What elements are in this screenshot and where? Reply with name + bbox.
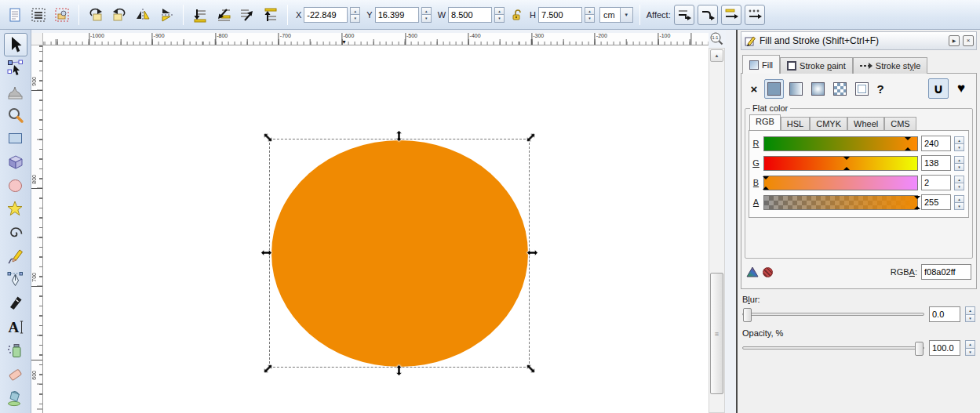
linear-gradient-button[interactable]	[786, 79, 806, 99]
spiral-tool[interactable]	[4, 221, 27, 245]
scale-handle-right[interactable]	[526, 247, 538, 259]
lower-one-step-button[interactable]	[213, 5, 234, 25]
fill-rule-nonzero-button[interactable]: ♥	[951, 78, 971, 99]
scale-handle-top-right[interactable]	[523, 129, 539, 146]
blue-value-input[interactable]	[921, 175, 951, 190]
panel-close-icon[interactable]: ×	[963, 35, 974, 46]
node-tool[interactable]	[4, 56, 27, 80]
x-input[interactable]	[304, 7, 348, 23]
pattern-button[interactable]	[830, 79, 850, 99]
opacity-slider-thumb[interactable]	[915, 342, 924, 356]
vertical-scrollbar[interactable]: ▲ ≡	[709, 48, 725, 413]
blue-spinner[interactable]: ▴▾	[954, 176, 964, 190]
flip-vertical-button[interactable]	[156, 5, 177, 25]
raise-one-step-button[interactable]	[237, 5, 257, 25]
spin-down-icon[interactable]: ▾	[954, 183, 964, 190]
affect-move-patterns-toggle[interactable]	[745, 5, 765, 25]
tab-cms[interactable]: CMS	[884, 117, 916, 131]
y-input[interactable]	[375, 7, 419, 23]
radial-gradient-button[interactable]	[808, 79, 828, 99]
unit-dropdown[interactable]: cm ▼	[599, 7, 633, 23]
affect-scale-corners-toggle[interactable]	[698, 5, 718, 25]
select-all-button[interactable]	[5, 5, 25, 25]
blur-slider-thumb[interactable]	[743, 308, 752, 322]
dropdown-arrow-icon[interactable]: ▼	[620, 8, 632, 22]
y-spinner[interactable]: ▴▾	[421, 7, 432, 23]
spin-up-icon[interactable]: ▴	[954, 195, 964, 203]
spin-down-icon[interactable]: ▾	[421, 15, 432, 23]
scale-handle-top-left[interactable]	[260, 129, 276, 146]
tab-stroke-paint[interactable]: Stroke paint	[780, 57, 853, 74]
alpha-slider[interactable]	[763, 195, 918, 210]
fill-rule-evenodd-button[interactable]: ∪	[928, 78, 949, 99]
panel-dock-arrow-icon[interactable]: ▶	[949, 35, 960, 46]
h-ruler[interactable]: ▼ -1100-1000-900-800-700-600-500-400-300…	[43, 33, 709, 45]
scale-handle-bottom-right[interactable]	[523, 360, 539, 377]
green-value-input[interactable]	[921, 155, 951, 171]
spin-down-icon[interactable]: ▾	[954, 144, 964, 151]
drawing-canvas[interactable]	[43, 45, 709, 413]
alpha-spinner[interactable]: ▴▾	[954, 195, 964, 210]
zoom-tool[interactable]	[4, 103, 27, 127]
spin-down-icon[interactable]: ▾	[585, 15, 595, 23]
w-input[interactable]	[448, 7, 492, 23]
spin-down-icon[interactable]: ▾	[494, 15, 505, 23]
zoom-1-1-button[interactable]: 1:1	[709, 31, 725, 47]
scale-handle-bottom-left[interactable]	[260, 360, 276, 377]
text-tool[interactable]: A	[4, 315, 27, 339]
blue-slider[interactable]	[763, 176, 918, 190]
rgba-input[interactable]	[921, 264, 971, 280]
tab-rgb[interactable]: RGB	[749, 114, 781, 131]
scrollbar-up-arrow-icon[interactable]: ▲	[710, 49, 723, 62]
spin-up-icon[interactable]: ▴	[965, 306, 975, 315]
red-spinner[interactable]: ▴▾	[954, 136, 964, 151]
flip-horizontal-button[interactable]	[133, 5, 153, 25]
spin-up-icon[interactable]: ▴	[954, 136, 964, 144]
swatch-button[interactable]	[852, 79, 872, 99]
rotate-ccw-button[interactable]	[86, 5, 106, 25]
color-picker-icon[interactable]	[746, 266, 759, 277]
green-slider[interactable]	[763, 156, 918, 171]
alpha-value-input[interactable]	[921, 194, 951, 210]
lower-to-bottom-button[interactable]	[190, 5, 210, 25]
unknown-paint-icon[interactable]: ?	[874, 82, 887, 96]
opacity-spinner[interactable]: ▴▾	[965, 340, 975, 356]
opacity-slider[interactable]	[742, 346, 924, 350]
affect-move-gradients-toggle[interactable]	[721, 5, 741, 25]
lock-ratio-button[interactable]	[509, 5, 525, 25]
scale-handle-bottom[interactable]	[393, 364, 405, 376]
spin-down-icon[interactable]: ▾	[350, 15, 360, 23]
red-value-input[interactable]	[921, 136, 951, 151]
paint-bucket-tool[interactable]	[4, 386, 27, 409]
h-input[interactable]	[538, 7, 582, 23]
blur-spinner[interactable]: ▴▾	[965, 306, 975, 322]
no-paint-icon[interactable]: ×	[746, 82, 762, 96]
h-spinner[interactable]: ▴▾	[585, 7, 595, 23]
panel-splitter[interactable]	[726, 30, 736, 413]
spin-down-icon[interactable]: ▾	[954, 203, 964, 210]
rotate-cw-button[interactable]	[109, 5, 129, 25]
select-all-layers-button[interactable]	[28, 5, 49, 25]
eraser-tool[interactable]	[4, 362, 27, 386]
x-spinner[interactable]: ▴▾	[350, 7, 360, 23]
spin-up-icon[interactable]: ▴	[350, 7, 360, 16]
deselect-button[interactable]	[52, 5, 72, 25]
pen-tool[interactable]	[4, 268, 27, 292]
spin-up-icon[interactable]: ▴	[494, 7, 505, 16]
scale-handle-top[interactable]	[393, 130, 405, 142]
spin-up-icon[interactable]: ▴	[421, 7, 432, 16]
raise-to-top-button[interactable]	[260, 5, 281, 25]
scrollbar-thumb[interactable]: ≡	[710, 273, 723, 394]
affect-scale-stroke-toggle[interactable]	[674, 5, 694, 25]
scale-handle-left[interactable]	[260, 247, 272, 259]
flat-color-button[interactable]	[764, 79, 784, 99]
spin-down-icon[interactable]: ▾	[954, 164, 964, 171]
opacity-value-input[interactable]	[929, 340, 960, 356]
tab-hsl[interactable]: HSL	[781, 117, 810, 131]
spin-down-icon[interactable]: ▾	[965, 315, 975, 323]
green-spinner[interactable]: ▴▾	[954, 156, 964, 171]
blur-slider[interactable]	[742, 313, 924, 316]
calligraphy-tool[interactable]	[4, 292, 27, 315]
box3d-tool[interactable]	[4, 150, 27, 174]
ellipse-tool[interactable]	[4, 174, 27, 197]
